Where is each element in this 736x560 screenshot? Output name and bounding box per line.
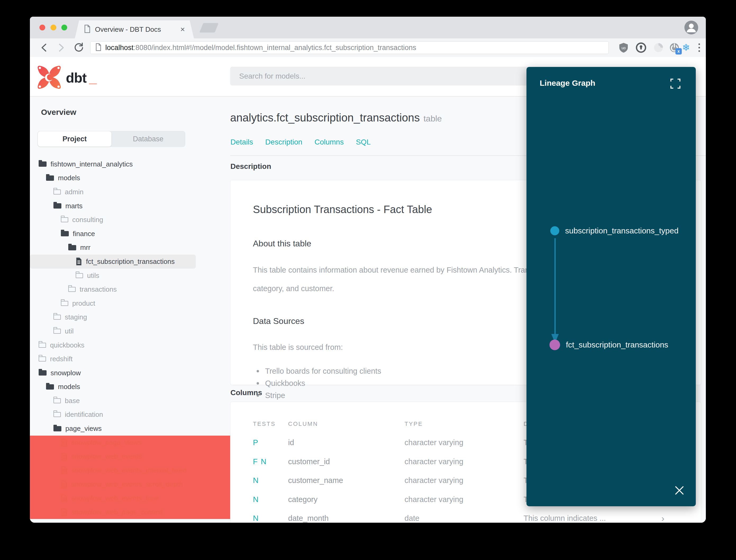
lineage-graph-panel: Lineage Graph subscription_transactions_… (526, 67, 696, 506)
table-cell-tests: P (253, 433, 288, 452)
folder-open-icon (53, 203, 61, 209)
close-icon[interactable] (674, 485, 685, 496)
lineage-edge-arrow (549, 238, 561, 344)
sidebar-item-snowplow-models[interactable]: models (30, 380, 230, 394)
macos-close-button[interactable] (39, 25, 45, 30)
screenshot-stage: Overview - DBT Docs × loca (0, 0, 736, 560)
columns-section-label: Columns (231, 389, 262, 397)
folder-open-icon (68, 245, 76, 250)
sidebar-item-base[interactable]: base (30, 394, 230, 408)
dbt-logo-text: dbt (66, 70, 87, 86)
toggle-project[interactable]: Project (38, 131, 111, 147)
page-title: analytics.fct_subscription_transactionst… (230, 111, 442, 124)
table-cell-type: date (404, 509, 523, 523)
table-cell-tests: N (253, 509, 288, 523)
browser-toolbar: localhost:8080/index.html#!/model/model.… (30, 38, 706, 57)
table-cell-tests: F N (253, 452, 288, 471)
fullscreen-icon[interactable] (670, 78, 681, 90)
model-file-icon (61, 494, 67, 502)
tab-details[interactable]: Details (231, 138, 253, 146)
dbt-logo[interactable]: dbt_ (37, 65, 97, 91)
power-extension-icon[interactable]: x (669, 42, 680, 53)
sidebar-item-marts[interactable]: marts (30, 199, 230, 213)
table-cell-column: customer_name (288, 471, 404, 490)
table-cell-type: character varying (404, 452, 523, 471)
tab-sql[interactable]: SQL (356, 138, 370, 146)
folder-open-icon (46, 384, 54, 390)
sidebar-item-util[interactable]: util (30, 324, 230, 338)
reload-icon[interactable] (73, 42, 84, 53)
browser-menu-icon[interactable] (693, 42, 705, 53)
forward-icon[interactable] (56, 42, 67, 53)
tab-columns[interactable]: Columns (315, 138, 344, 146)
model-file-icon (61, 480, 67, 488)
sidebar-item-fishtown_internal_analytics[interactable]: fishtown_internal_analytics (30, 157, 230, 171)
snowflake-extension-icon[interactable]: ❄ (680, 42, 692, 53)
table-cell-column: customer_id (288, 452, 404, 471)
tab-close-icon[interactable]: × (180, 25, 185, 34)
table-cell-column: date_month (288, 509, 404, 523)
sidebar-item-identification[interactable]: identification (30, 408, 230, 422)
sidebar-item-snowplow_web_events_internal_fixed[interactable]: snowplow_web_events_internal_fixed (30, 463, 230, 477)
url-bar[interactable]: localhost:8080/index.html#!/model/model.… (90, 41, 609, 54)
model-file-icon (61, 508, 67, 516)
sidebar-item-page_views[interactable]: page_views (30, 422, 230, 436)
toggle-database[interactable]: Database (111, 131, 185, 147)
macos-zoom-button[interactable] (61, 25, 67, 30)
folder-open-icon (39, 370, 47, 376)
new-tab-button[interactable] (200, 23, 219, 33)
sidebar-item-transactions[interactable]: transactions (30, 282, 230, 296)
sidebar-item-snowplow_web_events_scroll_depth[interactable]: snowplow_web_events_scroll_depth (30, 477, 230, 491)
ublock-extension-icon[interactable]: uo (618, 42, 629, 53)
browser-tab[interactable]: Overview - DBT Docs × (75, 20, 194, 38)
macos-minimize-button[interactable] (51, 25, 56, 30)
folder-closed-icon (39, 343, 46, 348)
sidebar-item-quickbooks[interactable]: quickbooks (30, 338, 230, 352)
sidebar-item-staging[interactable]: staging (30, 310, 230, 324)
column-header-tests: TESTS (253, 415, 288, 433)
sidebar-item-snowplow_web_events[interactable]: snowplow_web_events (30, 449, 230, 463)
folder-closed-icon (76, 273, 83, 278)
tab-title: Overview - DBT Docs (95, 25, 176, 34)
sidebar-item-snowplow_web_page_context[interactable]: snowplow_web_page_context (30, 505, 230, 519)
file-tree: fishtown_internal_analytics models admin… (30, 157, 230, 519)
column-header-column: COLUMN (288, 415, 404, 433)
folder-closed-icon (53, 329, 61, 334)
tab-description[interactable]: Description (265, 138, 303, 146)
sidebar-item-utils[interactable]: utils (30, 269, 230, 283)
lineage-node-source[interactable]: subscription_transactions_typed (550, 226, 679, 235)
folder-closed-icon (53, 315, 61, 320)
sidebar-overview-heading: Overview (41, 108, 76, 117)
onepassword-extension-icon[interactable] (635, 42, 647, 53)
sidebar-item-models[interactable]: models (30, 171, 230, 185)
sidebar-item-fct_subscription_transactions[interactable]: fct_subscription_transactions (30, 255, 196, 269)
profile-avatar-icon[interactable] (684, 20, 698, 35)
folder-open-icon (53, 426, 61, 431)
table-cell-description: This column indicates ...› (523, 509, 701, 523)
sidebar-item-consulting[interactable]: consulting (30, 213, 230, 227)
table-cell-type: character varying (404, 433, 523, 452)
table-cell-tests: N (253, 471, 288, 490)
folder-closed-icon (39, 356, 46, 362)
sidebar-item-admin[interactable]: admin (30, 185, 230, 199)
disabled-extension-icon[interactable] (653, 42, 664, 53)
sidebar-item-product[interactable]: product (30, 296, 230, 310)
sidebar-item-mrr[interactable]: mrr (30, 241, 230, 255)
dbt-logo-underscore: _ (89, 70, 97, 86)
model-file-icon (61, 453, 67, 460)
browser-tabstrip: Overview - DBT Docs × (30, 17, 706, 38)
node-dot-icon (549, 340, 560, 350)
sidebar-item-redshift[interactable]: redshift (30, 352, 230, 366)
browser-window: Overview - DBT Docs × loca (30, 17, 706, 523)
table-cell-column: id (288, 433, 404, 452)
sidebar-item-snowplow_page_views[interactable]: snowplow_page_views (30, 436, 230, 450)
expand-row-chevron-icon[interactable]: › (661, 513, 664, 523)
project-database-toggle: Project Database (38, 131, 185, 147)
back-icon[interactable] (38, 42, 49, 53)
lineage-node-target[interactable]: fct_subscription_transactions (549, 340, 668, 350)
sidebar-item-finance[interactable]: finance (30, 227, 230, 241)
table-cell-tests: N (253, 490, 288, 509)
page-tabs: Details Description Columns SQL (231, 138, 370, 146)
sidebar-item-snowplow[interactable]: snowplow (30, 366, 230, 380)
sidebar-item-snowplow_web_events_time[interactable]: snowplow_web_events_time (30, 491, 230, 505)
